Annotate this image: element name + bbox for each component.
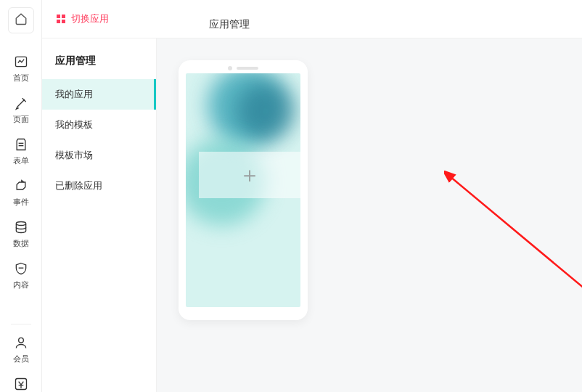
plus-icon: ＋ (239, 164, 261, 186)
annotation-arrow (444, 171, 582, 330)
switch-app-label: 切换应用 (71, 12, 109, 25)
form-icon (13, 136, 29, 152)
nav-rail: 首页 页面 表单 事件 数据 内容 会员 (0, 0, 42, 392)
svg-point-5 (18, 338, 23, 343)
home-button[interactable] (8, 7, 34, 33)
database-icon (13, 219, 29, 235)
brush-icon (13, 95, 29, 111)
rail-item-form[interactable]: 表单 (0, 129, 41, 171)
rail-item-member[interactable]: 会员 (0, 327, 41, 369)
rail-item-event[interactable]: 事件 (0, 171, 41, 212)
svg-line-7 (450, 176, 582, 322)
sidebar-item-template-market[interactable]: 模板市场 (42, 140, 156, 171)
add-app-tile[interactable]: ＋ (199, 152, 300, 198)
rail-label: 数据 (13, 238, 29, 249)
tabs: 应用管理 (203, 7, 255, 31)
rail-label: 首页 (13, 73, 29, 83)
sidebar-title: 应用管理 (42, 54, 156, 79)
rail-item-data[interactable]: 数据 (0, 212, 41, 253)
rail-separator (11, 324, 31, 324)
rail-item-page[interactable]: 页面 (0, 88, 41, 129)
home-icon (15, 12, 28, 28)
rail-label: 表单 (13, 155, 29, 166)
user-icon (13, 335, 29, 351)
svg-point-3 (16, 222, 25, 226)
event-icon (13, 178, 29, 194)
rail-label: 会员 (13, 354, 29, 364)
canvas: ＋ (157, 38, 582, 392)
sidebar-item-deleted-apps[interactable]: 已删除应用 (42, 171, 156, 201)
phone-screen: ＋ (186, 73, 300, 307)
phone-frame: ＋ (179, 60, 308, 320)
sidebar-item-my-apps[interactable]: 我的应用 (42, 79, 156, 110)
sidebar: 应用管理 我的应用 我的模板 模板市场 已删除应用 (42, 38, 157, 392)
chart-icon (13, 54, 29, 70)
rail-item-content[interactable]: 内容 (0, 253, 41, 295)
rail-item-currency[interactable] (0, 369, 41, 392)
shield-icon (13, 261, 29, 277)
phone-notch (228, 66, 258, 70)
currency-icon (13, 376, 29, 392)
rail-label: 事件 (13, 197, 29, 208)
sidebar-item-my-templates[interactable]: 我的模板 (42, 110, 156, 140)
switch-app-button[interactable]: 切换应用 (57, 12, 109, 25)
rail-item-home[interactable]: 首页 (0, 46, 41, 88)
topbar: 切换应用 应用管理 (42, 0, 582, 38)
rail-label: 内容 (13, 279, 29, 290)
rail-label: 页面 (13, 114, 29, 125)
grid-icon (57, 15, 65, 23)
